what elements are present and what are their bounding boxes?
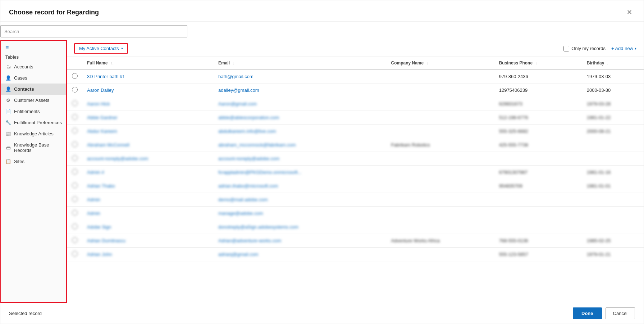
sidebar-item-fulfillment-preferences[interactable]: 🔧 Fulfillment Preferences <box>1 117 66 128</box>
table-row: Adrian Thaboadrian.thabo@microsoft.com95… <box>67 179 644 193</box>
sidebar-item-customer-assets[interactable]: ⚙ Customer Assets <box>1 95 66 106</box>
row-fullname[interactable]: Abdur Kareem <box>83 125 214 138</box>
footer-buttons: Done Cancel <box>573 307 635 319</box>
col-birthday[interactable]: Birthday ↓ <box>583 57 644 69</box>
row-email[interactable]: account-noreply@adobe.com <box>214 152 387 166</box>
row-select-radio[interactable] <box>72 155 78 161</box>
done-button[interactable]: Done <box>573 307 602 319</box>
row-company <box>387 220 494 234</box>
row-email[interactable]: bath@gmail.com <box>214 69 387 84</box>
view-selector-label: My Active Contacts <box>79 46 119 51</box>
row-radio-cell <box>67 84 83 97</box>
row-phone: 67901307987 <box>495 166 583 179</box>
view-selector-chevron: ▾ <box>121 46 123 50</box>
row-select-radio[interactable] <box>72 237 78 243</box>
row-email[interactable]: adrian.thabo@microsoft.com <box>214 179 387 193</box>
row-company <box>387 111 494 125</box>
row-email[interactable]: donotreply@aSign.adobesystems.com <box>214 220 387 234</box>
row-company <box>387 152 494 166</box>
knowledge-base-icon: 🗃 <box>5 145 11 150</box>
main-toolbar: My Active Contacts ▾ Only my records + A… <box>67 40 644 57</box>
row-radio-cell <box>67 234 83 248</box>
content-area: ≡ Tables 🗂 Accounts 👤 Cases 👤 Contacts ⚙… <box>0 40 644 303</box>
records-table: Full Name ↑↓ Email ↓ Company Name ↓ <box>67 57 644 261</box>
row-select-radio[interactable] <box>72 169 78 175</box>
row-birthday <box>583 193 644 207</box>
row-email[interactable]: demo@mail.adobe.com <box>214 193 387 207</box>
row-fullname[interactable]: Admin <box>83 193 214 207</box>
row-email[interactable]: Adrian@adventure-works.com <box>214 234 387 248</box>
row-select-radio[interactable] <box>72 196 78 202</box>
search-input[interactable] <box>0 25 187 37</box>
row-email[interactable]: fcrappladmin@PKGDemo.onmicrosoft... <box>214 166 387 179</box>
sidebar-item-sites[interactable]: 📋 Sites <box>1 156 66 167</box>
row-phone: 12975406239 <box>495 84 583 97</box>
customer-assets-icon: ⚙ <box>5 98 11 103</box>
row-select-radio[interactable] <box>72 210 78 216</box>
row-select-radio[interactable] <box>72 251 78 257</box>
row-fullname[interactable]: Admin # <box>83 166 214 179</box>
col-phone[interactable]: Business Phone ↓ <box>495 57 583 69</box>
row-email[interactable]: manage@adobe.com <box>214 207 387 220</box>
sidebar-item-knowledge-articles[interactable]: 📰 Knowledge Articles <box>1 128 66 139</box>
row-fullname[interactable]: Adrian Dumitrascu <box>83 234 214 248</box>
only-my-records-label[interactable]: Only my records <box>563 46 606 51</box>
row-fullname[interactable]: Adrian John <box>83 248 214 261</box>
table-row: Adminmanage@adobe.com <box>67 207 644 220</box>
row-select-radio[interactable] <box>72 100 78 106</box>
hamburger-icon[interactable]: ≡ <box>1 41 66 53</box>
row-email[interactable]: abbie@abiescorporation.com <box>214 111 387 125</box>
table-row: Admin #fcrappladmin@PKGDemo.onmicrosoft.… <box>67 166 644 179</box>
row-fullname[interactable]: Abraham McConnell <box>83 138 214 152</box>
row-email[interactable]: abraham_mcconnock@fabrikam.com <box>214 138 387 152</box>
row-fullname[interactable]: Adrian Thabo <box>83 179 214 193</box>
sidebar-item-label: Customer Assets <box>14 98 49 103</box>
row-select-radio[interactable] <box>72 224 78 229</box>
row-fullname[interactable]: 3D Printer bath #1 <box>83 69 214 84</box>
row-phone: 425-555-7738 <box>495 138 583 152</box>
col-fullname[interactable]: Full Name ↑↓ <box>83 57 214 69</box>
accounts-icon: 🗂 <box>5 64 11 69</box>
row-select-radio[interactable] <box>72 128 78 134</box>
only-my-records-checkbox[interactable] <box>563 46 569 51</box>
row-fullname[interactable]: Aaron Hick <box>83 97 214 111</box>
row-birthday: 1981-01-22 <box>583 111 644 125</box>
sidebar-item-label: Contacts <box>14 86 34 92</box>
close-button[interactable]: ✕ <box>624 7 635 18</box>
table-row: Aaron HickAaron@gmail.com6298316731979-0… <box>67 97 644 111</box>
sidebar-item-contacts[interactable]: 👤 Contacts <box>1 84 66 95</box>
footer: Selected record Done Cancel <box>0 303 644 324</box>
row-fullname[interactable]: account-noreply@adobe.com <box>83 152 214 166</box>
row-fullname[interactable]: Adobe Sign <box>83 220 214 234</box>
row-company <box>387 69 494 84</box>
row-phone <box>495 193 583 207</box>
cancel-button[interactable]: Cancel <box>606 307 635 319</box>
view-selector-button[interactable]: My Active Contacts ▾ <box>74 43 128 54</box>
row-select-radio[interactable] <box>72 114 78 120</box>
row-fullname[interactable]: Abbie Gardner <box>83 111 214 125</box>
sidebar-item-label: Entitlements <box>14 109 40 114</box>
row-fullname[interactable]: Admin <box>83 207 214 220</box>
row-fullname[interactable]: Aaron Dailey <box>83 84 214 97</box>
col-company[interactable]: Company Name ↓ <box>387 57 494 69</box>
row-email[interactable]: Aaron@gmail.com <box>214 97 387 111</box>
sidebar-item-cases[interactable]: 👤 Cases <box>1 72 66 84</box>
add-new-button[interactable]: + Add new ▾ <box>611 46 636 51</box>
sidebar-item-accounts[interactable]: 🗂 Accounts <box>1 61 66 72</box>
sidebar-item-label: Knowledge Base Records <box>14 142 62 153</box>
row-birthday: 1979-03-03 <box>583 69 644 84</box>
sidebar-item-label: Fulfillment Preferences <box>14 120 62 125</box>
row-select-radio[interactable] <box>72 183 78 188</box>
row-select-radio[interactable] <box>72 141 78 147</box>
table-row: Admindemo@mail.adobe.com <box>67 193 644 207</box>
row-company <box>387 166 494 179</box>
row-email[interactable]: adrianj@gmail.com <box>214 248 387 261</box>
row-email[interactable]: abdulkareem.info@live.com <box>214 125 387 138</box>
sidebar-item-knowledge-base-records[interactable]: 🗃 Knowledge Base Records <box>1 139 66 156</box>
row-select-radio[interactable] <box>72 87 78 93</box>
row-email[interactable]: adailey@gmail.com <box>214 84 387 97</box>
row-select-radio[interactable] <box>72 73 78 79</box>
sidebar-item-label: Cases <box>14 75 27 81</box>
sidebar-item-entitlements[interactable]: 📄 Entitlements <box>1 106 66 117</box>
col-email[interactable]: Email ↓ <box>214 57 387 69</box>
